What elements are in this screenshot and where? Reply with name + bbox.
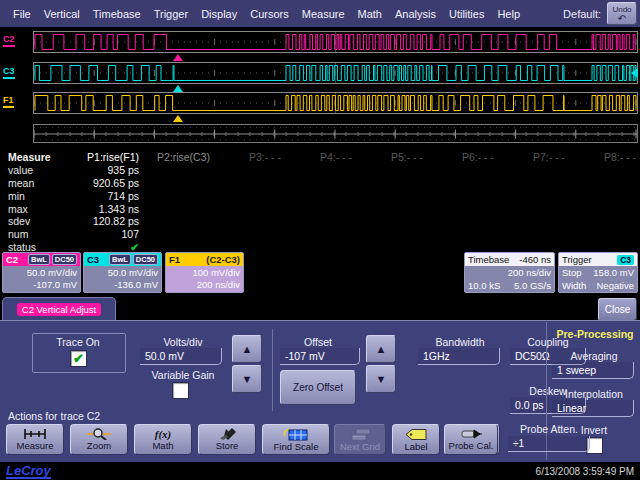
- voltsdiv-up-button[interactable]: ▲: [232, 335, 262, 363]
- timebase-offset: -460 ns: [519, 254, 551, 265]
- measure-value: 120.82 ps: [70, 215, 141, 227]
- measure-row-label: value: [0, 164, 70, 176]
- menu-bar: File Vertical Timebase Trigger Display C…: [0, 0, 640, 27]
- menu-display[interactable]: Display: [201, 8, 237, 20]
- grid-trace-c3[interactable]: [33, 62, 638, 84]
- desc-c3-scale: 50.0 mV/div: [87, 267, 158, 279]
- find-scale-action-button[interactable]: Find Scale: [262, 424, 330, 455]
- measure-icon: [22, 428, 48, 440]
- offset-down-button[interactable]: ▼: [366, 365, 396, 393]
- measure-row-label: sdev: [0, 215, 70, 227]
- trace-label-c2[interactable]: C2: [3, 34, 15, 47]
- desc-f1-timebase: 200 ns/div: [169, 279, 240, 291]
- menu-help[interactable]: Help: [497, 8, 520, 20]
- desc-c3-offset: -136.0 mV: [87, 279, 158, 291]
- trigger-level: 158.0 mV: [593, 266, 634, 279]
- next-grid-action-button[interactable]: Next Grid: [334, 424, 386, 455]
- measure-value: 1.343 ns: [70, 203, 141, 215]
- desc-c2-badge-bwl: BwL: [28, 254, 50, 265]
- desc-c3-name: C3: [87, 254, 99, 265]
- up-arrow-icon: ▲: [376, 343, 387, 355]
- desc-c2-badge-dc50: DC50: [52, 254, 77, 265]
- timebase-samples: 10.0 kS: [468, 279, 500, 292]
- bandwidth-field[interactable]: 1GHz: [418, 348, 500, 365]
- zero-offset-button[interactable]: Zero Offset: [280, 370, 356, 405]
- voltsdiv-down-button[interactable]: ▼: [232, 365, 262, 393]
- trace-on-checkbox[interactable]: ✔: [70, 350, 87, 367]
- offset-up-button[interactable]: ▲: [366, 335, 396, 363]
- tab-c2-vertical-adjust[interactable]: C2 Vertical Adjust: [2, 297, 116, 321]
- grid-timeline: [33, 124, 638, 143]
- desc-c2-offset: -107.0 mV: [6, 279, 77, 291]
- measure-row-label: mean: [0, 177, 70, 189]
- math-action-button[interactable]: f(x) Math: [134, 424, 192, 455]
- menu-utilities[interactable]: Utilities: [449, 8, 484, 20]
- trigger-source-badge: C3: [617, 255, 634, 265]
- timebase-scale: 200 ns/div: [508, 266, 551, 279]
- measure-title: Measure: [0, 151, 70, 163]
- tab-label: C2 Vertical Adjust: [17, 303, 101, 316]
- fx-icon: f(x): [150, 428, 176, 440]
- desc-f1-name: F1: [169, 254, 180, 265]
- lecroy-logo: LeCroy: [6, 464, 51, 479]
- channel-descriptor-c3[interactable]: C3 BwL DC50 50.0 mV/div -136.0 mV: [83, 252, 162, 293]
- menu-timebase[interactable]: Timebase: [93, 8, 141, 20]
- timebase-descriptor[interactable]: Timebase -460 ns 200 ns/div 10.0 kS 5.0 …: [464, 252, 555, 293]
- measure-col-p5: P5:- - -: [354, 151, 425, 163]
- menu-cursors[interactable]: Cursors: [250, 8, 289, 20]
- next-grid-icon: [348, 428, 372, 441]
- undo-button[interactable]: Undo ↶: [607, 2, 637, 25]
- trace-label-c3[interactable]: C3: [3, 66, 15, 79]
- menu-vertical[interactable]: Vertical: [44, 8, 80, 20]
- trigger-title: Trigger: [562, 254, 592, 265]
- svg-text:f(x): f(x): [155, 428, 172, 440]
- probe-attenuation-field[interactable]: ÷1: [508, 436, 590, 452]
- trace-label-f1[interactable]: F1: [3, 95, 14, 108]
- preprocessing-title: Pre-Processing: [552, 328, 638, 340]
- zoom-icon: [86, 428, 112, 440]
- desc-c3-badge-dc50: DC50: [133, 254, 158, 265]
- menu-measure[interactable]: Measure: [302, 8, 345, 20]
- grid-trace-c2[interactable]: [33, 31, 638, 53]
- interpolation-field[interactable]: Linear: [552, 400, 634, 417]
- up-arrow-icon: ▲: [242, 343, 253, 355]
- datetime-display: 6/13/2008 3:59:49 PM: [536, 466, 634, 477]
- trigger-level-arrow-c3[interactable]: [631, 68, 638, 78]
- menu-analysis[interactable]: Analysis: [395, 8, 436, 20]
- averaging-field[interactable]: 1 sweep: [552, 362, 634, 379]
- actions-for-trace-label: Actions for trace C2: [8, 410, 100, 422]
- measure-col-p2: P2:rise(C3): [141, 151, 212, 163]
- desc-c2-scale: 50.0 mV/div: [6, 267, 77, 279]
- grid-trace-f1[interactable]: [33, 92, 638, 114]
- close-button[interactable]: Close: [598, 298, 637, 321]
- math-descriptor-f1[interactable]: F1 (C2-C3) 100 mV/div 200 ns/div: [165, 252, 244, 293]
- store-action-button[interactable]: Store: [198, 424, 256, 455]
- trigger-descriptor[interactable]: Trigger C3 Stop 158.0 mV Width Negative: [558, 252, 638, 293]
- store-icon: [214, 428, 240, 440]
- variable-gain-label: Variable Gain: [138, 369, 228, 381]
- trigger-position-marker-f1[interactable]: [173, 115, 183, 122]
- variable-gain-checkbox[interactable]: [172, 382, 189, 399]
- default-setup-label: Default:: [563, 8, 601, 20]
- probe-cal-button[interactable]: Probe Cal.: [444, 424, 498, 455]
- menu-file[interactable]: File: [13, 8, 31, 20]
- menu-math[interactable]: Math: [358, 8, 382, 20]
- label-action-button[interactable]: Label: [392, 424, 440, 455]
- label-tag-icon: [403, 428, 429, 441]
- measure-value: 107: [70, 228, 141, 240]
- interpolation-label: Interpolation: [552, 388, 636, 400]
- undo-icon: ↶: [608, 14, 636, 23]
- menu-trigger[interactable]: Trigger: [154, 8, 188, 20]
- trigger-position-marker-c3[interactable]: [173, 85, 183, 92]
- desc-c2-name: C2: [6, 254, 18, 265]
- trigger-position-marker-c2[interactable]: [173, 54, 183, 61]
- waveform-display: C2 C3 F1: [0, 27, 640, 145]
- zoom-action-button[interactable]: Zoom: [70, 424, 128, 455]
- measure-action-button[interactable]: Measure: [6, 424, 64, 455]
- channel-descriptor-c2[interactable]: C2 BwL DC50 50.0 mV/div -107.0 mV: [2, 252, 81, 293]
- voltsdiv-field[interactable]: 50.0 mV: [140, 348, 222, 365]
- down-arrow-icon: ▼: [242, 373, 253, 385]
- measure-col-p3: P3:- - -: [212, 151, 283, 163]
- offset-field[interactable]: -107 mV: [280, 348, 360, 365]
- measure-col-p7: P7:- - -: [496, 151, 567, 163]
